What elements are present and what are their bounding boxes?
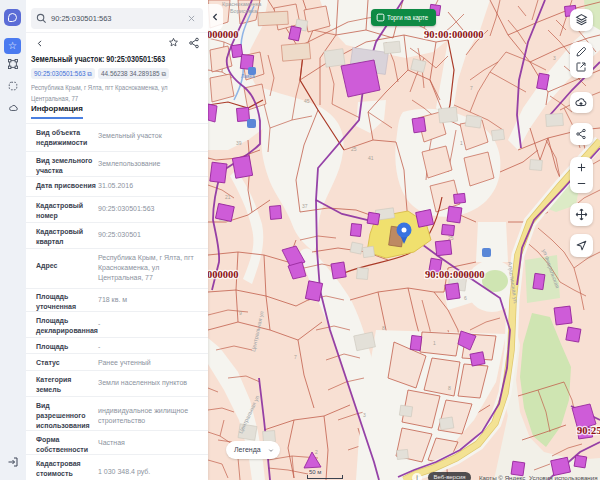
svg-text:2: 2 — [315, 449, 318, 455]
svg-text:41: 41 — [368, 155, 374, 161]
svg-text:90:00:000000: 90:00:000000 — [208, 29, 239, 40]
svg-text:1: 1 — [460, 140, 463, 146]
svg-text:39: 39 — [236, 140, 242, 146]
svg-text:90:00:000000: 90:00:000000 — [424, 29, 484, 40]
svg-text:90:25:030501: 90:25:030501 — [577, 425, 600, 436]
svg-text:9: 9 — [239, 310, 242, 316]
svg-text:3: 3 — [363, 412, 366, 418]
svg-text:21: 21 — [225, 194, 231, 200]
svg-text:7: 7 — [470, 85, 473, 91]
svg-text:8: 8 — [382, 325, 385, 331]
svg-text:25: 25 — [448, 235, 454, 241]
svg-text:37: 37 — [302, 203, 308, 209]
svg-text:90:00:000000: 90:00:000000 — [425, 269, 485, 280]
svg-text:Краснокаменка: Краснокаменка — [222, 1, 262, 7]
svg-text:6: 6 — [464, 295, 467, 301]
svg-text:90:00:000000: 90:00:000000 — [208, 269, 239, 280]
svg-text:7: 7 — [294, 354, 297, 360]
svg-text:Лавка: Лавка — [241, 73, 255, 79]
svg-text:25: 25 — [351, 146, 357, 152]
svg-text:1: 1 — [433, 340, 436, 346]
svg-text:Борисовка: Борисовка — [230, 8, 258, 14]
svg-text:3: 3 — [553, 55, 556, 61]
svg-text:8: 8 — [448, 385, 451, 391]
svg-text:45: 45 — [304, 98, 310, 104]
